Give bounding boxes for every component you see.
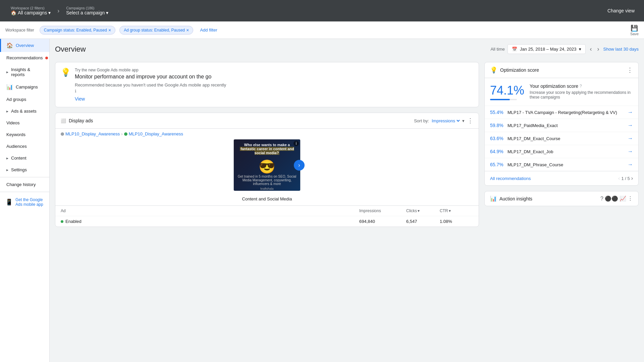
mobile-app-title: Monitor performance and improve your acc… (75, 74, 473, 80)
ad-group-link[interactable]: MLP10_Display_Awareness (129, 131, 183, 136)
home-icon: 🏠 (6, 42, 13, 49)
rec-name-2: MLP17_DM_Exact_Course (507, 136, 624, 141)
campaign-status-filter[interactable]: Campaign status: Enabled, Paused × (40, 26, 115, 35)
opt-more-button[interactable]: ⋮ (627, 66, 633, 74)
remove-adgroup-filter-icon[interactable]: × (186, 27, 189, 33)
sidebar-item-changehistory[interactable]: Change history (0, 179, 49, 190)
chevron-down-icon: ▾ (48, 10, 51, 15)
try-label: Try the new Google Ads mobile app (75, 68, 473, 72)
chevron-right-icon: ▸ (6, 70, 8, 74)
rec-pct-0: 55.4% (490, 110, 503, 115)
sidebar-item-content[interactable]: ▸ Content (0, 152, 49, 164)
adgroup-status-filter[interactable]: Ad group status: Enabled, Paused × (119, 26, 193, 35)
filter-bar: Workspace filter Campaign status: Enable… (0, 21, 644, 39)
save-button[interactable]: 💾 Save (630, 24, 639, 36)
ad-campaign-link[interactable]: MLP10_Display_Awareness (65, 131, 120, 136)
workspace-breadcrumb[interactable]: Workspace (2 filters) 🏠 All campaigns ▾ (5, 3, 56, 18)
ad-subtitle: Get trained in 5 months on SEO, Social M… (234, 175, 300, 186)
opt-score-desc: Increase your score by applying the reco… (530, 90, 633, 100)
arrow-right-icon: → (628, 162, 633, 168)
ad-image-inner: i Who else wants to make a fantastic car… (234, 139, 300, 191)
auction-chart-button[interactable]: 📈 (620, 195, 626, 202)
status-enabled-dot (61, 220, 63, 223)
auction-more-button[interactable]: ⋮ (628, 195, 633, 202)
auction-icon-group: ? ⚫⚫ 📈 ⋮ (600, 195, 633, 202)
sidebar-item-videos[interactable]: Videos (0, 117, 49, 129)
clicks-value: 6,547 (406, 219, 440, 224)
lightbulb-icon: 💡 (490, 66, 497, 74)
display-ads-more-button[interactable]: ⋮ (467, 117, 473, 124)
pagination-prev-button[interactable]: ‹ (618, 175, 620, 181)
sidebar-item-ads[interactable]: ▸ Ads & assets (0, 105, 49, 117)
lightbulb-icon: 💡 (61, 68, 71, 77)
ad-image-container: i Who else wants to make a fantastic car… (55, 139, 479, 196)
opt-rec-row-3[interactable]: 64.9% MLP17_DM_Exact_Job → (485, 145, 638, 158)
view-link[interactable]: View (75, 96, 85, 102)
display-ads-header: ⬜ Display ads Sort by: Impressions ▾ ⋮ (55, 113, 479, 129)
opt-score-left: 74.1% (490, 83, 524, 100)
campaigns-breadcrumb[interactable]: Campaigns (186) Select a campaign ▾ (61, 3, 114, 18)
opt-rec-row-0[interactable]: 55.4% MLP17 - TVA Campaign - Retargeting… (485, 106, 638, 119)
pagination-next-button[interactable]: › (631, 175, 633, 181)
col-ad: Ad (61, 208, 359, 213)
opt-score-info: Your optimization score ? Increase your … (530, 83, 633, 100)
help-icon[interactable]: ? (580, 84, 582, 88)
auction-help-button[interactable]: ? (600, 196, 603, 202)
notification-dot (45, 57, 48, 59)
change-view-button[interactable]: Change view (603, 5, 639, 16)
save-icon: 💾 (631, 24, 638, 32)
chevron-down-icon: ▾ (579, 47, 581, 52)
table-row: Enabled 694,840 6,547 1.08% (55, 216, 479, 227)
chevron-right-icon: ▸ (6, 109, 8, 114)
sidebar-item-settings[interactable]: ▸ Settings (0, 164, 49, 176)
top-nav: Workspace (2 filters) 🏠 All campaigns ▾ … (0, 0, 644, 21)
add-filter-button[interactable]: Add filter (197, 26, 220, 34)
sidebar: 🏠 Overview Recommendations ▸ Insights & … (0, 39, 50, 362)
sidebar-divider-2 (0, 192, 49, 192)
enabled-dot (124, 132, 127, 136)
date-prev-button[interactable]: ‹ (588, 44, 593, 54)
date-picker[interactable]: 📅 Jan 25, 2018 – May 24, 2023 ▾ (507, 44, 586, 54)
top-nav-right: Change view (603, 5, 639, 16)
date-controls: All time 📅 Jan 25, 2018 – May 24, 2023 ▾… (490, 44, 639, 54)
opt-card-footer: All recommendations ‹ 1 / 5 › (485, 171, 638, 185)
chevron-down-icon: ▾ (462, 118, 465, 123)
chevron-right-icon: ▸ (6, 168, 8, 172)
mobile-app-recommendation-card: 💡 Try the new Google Ads mobile app Moni… (55, 62, 479, 107)
opt-score-label: Your optimization score ? (530, 83, 633, 89)
all-recommendations-link[interactable]: All recommendations (490, 176, 531, 181)
opt-card-header: 💡 Optimization score ⋮ (485, 62, 638, 78)
ad-brand: kraftshala (260, 187, 273, 190)
sidebar-mobile-app[interactable]: 📱 Get the Google Ads mobile app (0, 193, 49, 211)
opt-rec-row-2[interactable]: 63.6% MLP17_DM_Exact_Course → (485, 132, 638, 145)
sidebar-item-adgroups[interactable]: Ad groups (0, 94, 49, 105)
sort-select[interactable]: Impressions (430, 118, 461, 124)
ad-next-button[interactable]: › (294, 160, 305, 171)
two-col-layout: 💡 Try the new Google Ads mobile app Moni… (55, 62, 639, 357)
show-last-30-button[interactable]: Show last 30 days (603, 47, 639, 52)
arrow-right-icon: → (628, 135, 633, 141)
sidebar-item-keywords[interactable]: Keywords (0, 129, 49, 140)
auction-dots-button[interactable]: ⚫⚫ (605, 195, 618, 202)
mobile-icon: 📱 (5, 198, 13, 206)
sidebar-item-campaigns[interactable]: 📊 Campaigns (0, 80, 49, 94)
sidebar-item-audiences[interactable]: Audiences (0, 140, 49, 152)
sidebar-item-insights[interactable]: ▸ Insights & reports (0, 64, 49, 80)
opt-rec-row-1[interactable]: 59.8% MLP17_PaidMedia_Exact → (485, 119, 638, 132)
chevron-right-icon: ▸ (6, 156, 8, 161)
opt-rec-row-4[interactable]: 65.7% MLP17_DM_Phrase_Course → (485, 158, 638, 171)
workspace-label: Workspace (2 filters) (11, 6, 51, 10)
auction-card-header: 📊 Auction insights ? ⚫⚫ 📈 ⋮ (485, 191, 638, 206)
sidebar-item-recommendations[interactable]: Recommendations (0, 52, 49, 64)
optimization-score-card: 💡 Optimization score ⋮ 74.1% (484, 62, 639, 186)
page-title: Overview (55, 45, 86, 54)
sidebar-item-overview[interactable]: 🏠 Overview (0, 39, 49, 52)
arrow-right-icon: → (628, 122, 633, 128)
ctr-value: 1.08% (440, 219, 473, 224)
sidebar-divider (0, 177, 49, 177)
campaigns-value: Select a campaign ▾ (66, 10, 108, 15)
opt-score-value: 74.1% (490, 83, 524, 98)
content-area: Overview All time 📅 Jan 25, 2018 – May 2… (50, 39, 644, 362)
remove-campaign-filter-icon[interactable]: × (108, 27, 111, 33)
date-next-button[interactable]: › (596, 44, 600, 54)
